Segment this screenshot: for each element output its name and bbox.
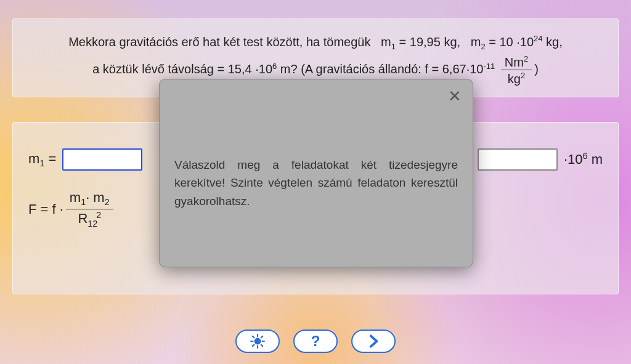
svg-point-0 (255, 339, 261, 344)
m1-value: = 19,95 kg, (396, 35, 460, 49)
info-modal: ✕ Válaszold meg a feladatokat két tizede… (159, 79, 473, 267)
svg-line-7 (253, 345, 254, 346)
problem-line-1: Mekkora gravitációs erő hat két test köz… (30, 30, 601, 55)
frac-num-exp: 2 (524, 54, 528, 63)
formula-den-sub: 12 (88, 219, 97, 229)
frac-num: Nm (505, 55, 524, 68)
m1-equals: = (44, 151, 56, 166)
svg-line-8 (261, 336, 263, 338)
close-icon[interactable]: ✕ (448, 88, 462, 104)
formula-num-sub1: 1 (81, 197, 86, 207)
r12-input-row: ·106 m (478, 148, 603, 171)
formula-num-sub2: 2 (105, 197, 110, 207)
next-button[interactable] (351, 330, 396, 353)
m1-input[interactable] (62, 148, 142, 171)
question-icon: ? (311, 333, 320, 350)
paren-close: ) (534, 62, 539, 76)
formula-den-r: R (78, 211, 88, 226)
modal-text: Válaszold meg a feladatokat két tizedesj… (174, 156, 458, 210)
help-button[interactable]: ? (293, 330, 338, 353)
m2-exponent: 24 (534, 34, 542, 43)
r12-unit-a: ·10 (564, 152, 583, 168)
problem-text: Mekkora gravitációs erő hat két test köz… (68, 35, 370, 49)
m1-answer-symbol: m (28, 151, 39, 166)
formula-row: F = f · m1· m2 R122 (28, 190, 116, 229)
distance-text: a köztük lévő távolság = 15,4 ·10 (92, 62, 272, 76)
m1-subscript: 1 (391, 42, 396, 51)
r12-input[interactable] (478, 148, 558, 171)
formula-den-exp: 2 (96, 210, 101, 220)
lightbulb-icon (250, 333, 266, 349)
chevron-right-icon (365, 333, 381, 349)
m2-value-a: = 10 ·10 (486, 35, 534, 49)
m2-symbol: m (471, 35, 481, 49)
svg-line-6 (261, 345, 263, 346)
hint-button[interactable] (235, 330, 280, 353)
frac-den: kg (508, 72, 521, 86)
r12-unit-exp: 6 (583, 151, 588, 161)
formula-num-m1: m (70, 190, 81, 205)
m1-symbol: m (381, 35, 391, 49)
formula-fraction: m1· m2 R122 (66, 190, 113, 229)
button-bar: ? (0, 330, 631, 353)
f-exponent: -11 (483, 61, 495, 70)
formula-prefix: F = f · (28, 201, 63, 217)
frac-den-exp: 2 (521, 71, 525, 80)
m2-subscript: 2 (481, 42, 485, 51)
r12-unit-b: m (588, 152, 603, 168)
m1-input-row: m1 = (28, 148, 142, 171)
formula-num-mid: · m (86, 190, 105, 205)
svg-line-5 (253, 336, 254, 338)
m2-value-b: kg, (543, 35, 563, 49)
constant-text: m? (A gravitációs állandó: f = 6,67·10 (277, 62, 483, 76)
unit-fraction: Nm2 kg2 (501, 55, 532, 86)
